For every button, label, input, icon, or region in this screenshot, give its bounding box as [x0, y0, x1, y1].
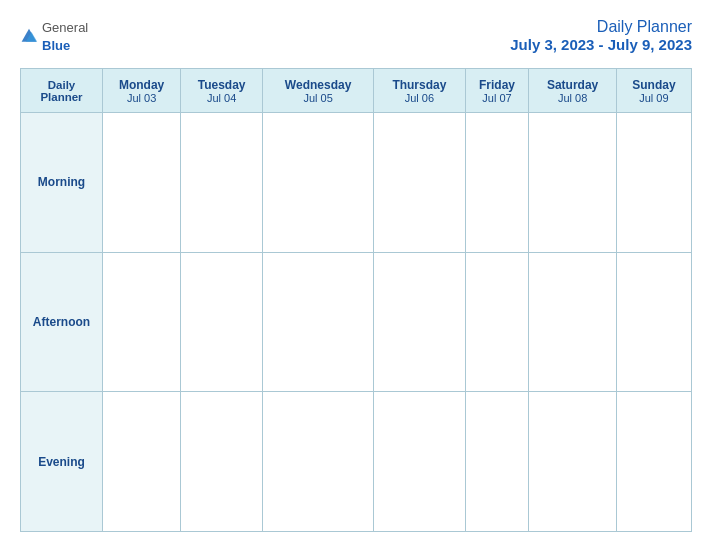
cell-morning-saturday[interactable] [529, 113, 617, 253]
logo-general: General [42, 20, 88, 35]
cell-evening-saturday[interactable] [529, 392, 617, 532]
cell-morning-thursday[interactable] [374, 113, 466, 253]
cell-evening-monday[interactable] [103, 392, 181, 532]
table-row-morning: Morning [21, 113, 692, 253]
cell-afternoon-thursday[interactable] [374, 252, 466, 392]
cell-afternoon-friday[interactable] [465, 252, 529, 392]
row-label-evening: Evening [21, 392, 103, 532]
top-header: General Blue Daily Planner July 3, 2023 … [20, 18, 692, 54]
cell-evening-sunday[interactable] [616, 392, 691, 532]
table-row-evening: Evening [21, 392, 692, 532]
cell-afternoon-tuesday[interactable] [181, 252, 263, 392]
col-header-friday: Friday Jul 07 [465, 69, 529, 113]
col-header-sunday: Sunday Jul 09 [616, 69, 691, 113]
col-header-monday: Monday Jul 03 [103, 69, 181, 113]
cell-afternoon-wednesday[interactable] [263, 252, 374, 392]
planner-title: Daily Planner [510, 18, 692, 36]
col-header-saturday: Saturday Jul 08 [529, 69, 617, 113]
col-header-tuesday: Tuesday Jul 04 [181, 69, 263, 113]
cell-morning-wednesday[interactable] [263, 113, 374, 253]
cell-morning-sunday[interactable] [616, 113, 691, 253]
table-row-afternoon: Afternoon [21, 252, 692, 392]
logo-text: General Blue [42, 18, 88, 54]
planner-table: Daily Planner Monday Jul 03 Tuesday Jul … [20, 68, 692, 532]
planner-date-range: July 3, 2023 - July 9, 2023 [510, 36, 692, 53]
row-label-morning: Morning [21, 113, 103, 253]
cell-morning-tuesday[interactable] [181, 113, 263, 253]
cell-morning-monday[interactable] [103, 113, 181, 253]
col-header-thursday: Thursday Jul 06 [374, 69, 466, 113]
cell-evening-thursday[interactable] [374, 392, 466, 532]
cell-afternoon-monday[interactable] [103, 252, 181, 392]
generalblue-logo-icon [20, 27, 38, 45]
title-area: Daily Planner July 3, 2023 - July 9, 202… [510, 18, 692, 53]
cell-morning-friday[interactable] [465, 113, 529, 253]
cell-evening-friday[interactable] [465, 392, 529, 532]
cell-afternoon-sunday[interactable] [616, 252, 691, 392]
cell-evening-tuesday[interactable] [181, 392, 263, 532]
row-label-afternoon: Afternoon [21, 252, 103, 392]
table-header-row: Daily Planner Monday Jul 03 Tuesday Jul … [21, 69, 692, 113]
col-header-wednesday: Wednesday Jul 05 [263, 69, 374, 113]
logo-area: General Blue [20, 18, 88, 54]
table-corner-header: Daily Planner [21, 69, 103, 113]
logo-blue: Blue [42, 38, 70, 53]
cell-evening-wednesday[interactable] [263, 392, 374, 532]
cell-afternoon-saturday[interactable] [529, 252, 617, 392]
